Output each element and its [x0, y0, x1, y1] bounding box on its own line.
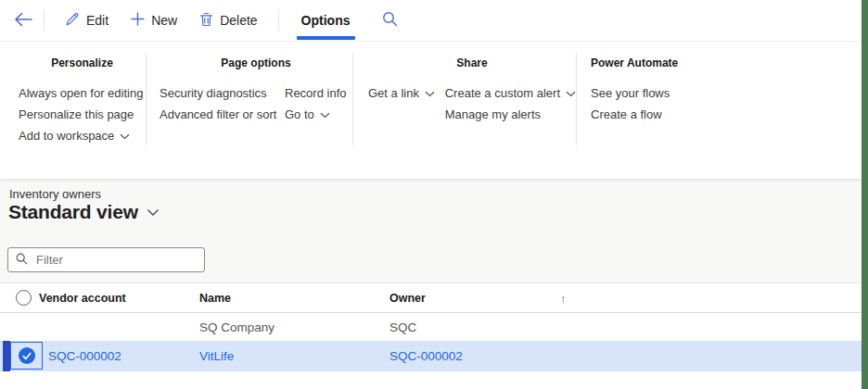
- ribbon-item-label: Add to workspace: [19, 129, 114, 143]
- cell-name: VitLife: [199, 341, 234, 371]
- personalize-this-page-button[interactable]: Personalize this page: [19, 104, 143, 125]
- ribbon-section-power-automate: Power Automate See your flows Create a f…: [577, 42, 734, 179]
- trash-icon: [199, 12, 213, 30]
- always-open-for-editing-button[interactable]: Always open for editing: [19, 82, 143, 104]
- ribbon-item-label: Get a link: [368, 86, 419, 100]
- plus-icon: [131, 12, 145, 29]
- edit-label: Edit: [86, 13, 108, 28]
- page-caption: Inventory owners: [9, 187, 101, 201]
- ribbon-item-label: Always open for editing: [19, 86, 143, 100]
- advanced-filter-or-sort-button[interactable]: Advanced filter or sort: [160, 104, 285, 125]
- new-button[interactable]: New: [120, 0, 188, 42]
- options-active-underline: [297, 36, 355, 40]
- table-row[interactable]: SQ Company SQC: [0, 313, 862, 341]
- section-title-power-automate: Power Automate: [591, 56, 734, 69]
- search-button[interactable]: [378, 6, 402, 34]
- right-edge-strip: [862, 0, 868, 389]
- go-to-button[interactable]: Go to: [285, 104, 346, 125]
- section-title-personalize: Personalize: [19, 56, 146, 69]
- search-icon: [382, 11, 398, 30]
- filter-box: [7, 247, 205, 272]
- ribbon-item-label: Personalize this page: [19, 107, 134, 121]
- manage-my-alerts-button[interactable]: Manage my alerts: [445, 104, 576, 125]
- get-a-link-button[interactable]: Get a link: [368, 82, 445, 104]
- ribbon-item-label: Create a custom alert: [445, 86, 560, 100]
- new-label: New: [151, 13, 177, 28]
- app-window: Edit New Delete Options Personaliz: [0, 0, 868, 389]
- ribbon-item-label: Create a flow: [591, 107, 662, 121]
- see-your-flows-button[interactable]: See your flows: [591, 82, 670, 104]
- chevron-down-icon: [320, 107, 330, 121]
- back-arrow-icon: [14, 12, 32, 30]
- page-content: Inventory owners Standard view Vendor ac…: [0, 179, 862, 389]
- view-title-text: Standard view: [8, 201, 138, 223]
- pencil-icon: [65, 12, 80, 30]
- edit-button[interactable]: Edit: [54, 0, 120, 42]
- chevron-down-icon: [425, 86, 435, 100]
- ribbon-item-label: Go to: [285, 107, 314, 121]
- grid-header-row: Vendor account Name Owner ↑: [0, 283, 862, 313]
- section-title-page-options: Page options: [160, 56, 352, 69]
- cell-owner: SQC-000002: [389, 341, 463, 371]
- row-selection-bar: [3, 341, 10, 371]
- sort-ascending-icon[interactable]: ↑: [560, 283, 567, 313]
- cell-owner: SQC: [389, 313, 416, 341]
- toolbar-divider: [44, 9, 45, 31]
- add-to-workspace-button[interactable]: Add to workspace: [19, 125, 143, 146]
- cell-name: SQ Company: [199, 313, 274, 341]
- back-button[interactable]: [12, 6, 34, 34]
- filter-search-icon: [16, 252, 28, 269]
- ribbon-item-label: Record info: [285, 86, 346, 100]
- chevron-down-icon: [120, 129, 130, 143]
- ribbon-item-label: Advanced filter or sort: [160, 107, 276, 121]
- column-header-name[interactable]: Name: [199, 283, 231, 313]
- row-checkbox-cell[interactable]: [10, 342, 43, 370]
- create-a-custom-alert-button[interactable]: Create a custom alert: [445, 82, 576, 104]
- inventory-owners-grid: Vendor account Name Owner ↑ SQ Company S…: [0, 282, 862, 389]
- view-selector[interactable]: Standard view: [8, 201, 160, 223]
- create-a-flow-button[interactable]: Create a flow: [591, 104, 670, 125]
- ribbon-section-share: Share Get a link Create a custom alert: [353, 42, 576, 179]
- security-diagnostics-button[interactable]: Security diagnostics: [160, 82, 285, 104]
- options-label: Options: [301, 13, 351, 28]
- checked-checkbox-icon: [19, 347, 35, 364]
- toolbar-divider: [278, 9, 279, 31]
- ribbon-section-page-options: Page options Security diagnostics Advanc…: [147, 42, 352, 179]
- table-row-selected[interactable]: SQC-000002 VitLife SQC-000002: [0, 341, 862, 371]
- ribbon-item-label: Security diagnostics: [160, 86, 267, 100]
- section-title-share: Share: [368, 56, 576, 69]
- ribbon-item-label: Manage my alerts: [445, 107, 541, 121]
- filter-input[interactable]: [34, 252, 197, 268]
- options-ribbon: Personalize Always open for editing Pers…: [0, 42, 862, 179]
- command-bar: Edit New Delete Options: [0, 0, 862, 42]
- select-all-checkbox[interactable]: [16, 290, 32, 306]
- column-header-owner[interactable]: Owner: [389, 283, 426, 313]
- ribbon-item-label: See your flows: [591, 86, 670, 100]
- delete-button[interactable]: Delete: [188, 0, 268, 42]
- column-header-vendor-account[interactable]: Vendor account: [39, 283, 126, 313]
- ribbon-section-personalize: Personalize Always open for editing Pers…: [19, 42, 146, 179]
- options-tab[interactable]: Options: [288, 0, 364, 42]
- chevron-down-icon: [566, 86, 576, 100]
- record-info-button[interactable]: Record info: [285, 82, 346, 104]
- cell-vendor-account: SQC-000002: [48, 341, 121, 371]
- delete-label: Delete: [220, 13, 257, 28]
- chevron-down-icon: [147, 204, 160, 220]
